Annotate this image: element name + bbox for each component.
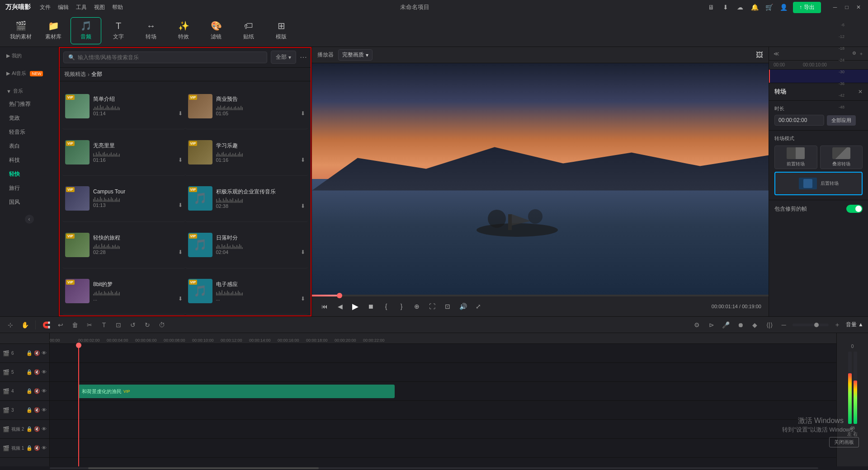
maximize-button[interactable]: □ bbox=[843, 3, 851, 11]
music-card-9[interactable]: VIP 8bit的梦 ... ⬇ bbox=[62, 268, 185, 315]
music-card-2[interactable]: VIP 商业预告 01:05 ⬇ bbox=[185, 83, 308, 129]
tl-magnet-btn[interactable]: 🧲 bbox=[40, 319, 52, 331]
export-button[interactable]: ↑ 导出 bbox=[793, 2, 821, 13]
close-button[interactable]: ✕ bbox=[854, 3, 863, 11]
bell-icon[interactable]: 🔔 bbox=[750, 2, 760, 12]
frame-back-button[interactable]: ◀ bbox=[335, 301, 345, 312]
music-download-8[interactable]: ⬇ bbox=[301, 249, 305, 255]
track-v1-mute[interactable]: 🔇 bbox=[34, 445, 40, 451]
sidebar-collapse-btn[interactable]: ‹ bbox=[25, 215, 34, 224]
tl-minus-btn[interactable]: ─ bbox=[778, 319, 790, 331]
split-screen-icon[interactable]: ⊡ bbox=[442, 301, 453, 312]
preview-quality-dropdown[interactable]: 完整画质 ▾ bbox=[338, 49, 373, 61]
fullscreen-icon[interactable]: ⛶ bbox=[427, 301, 438, 312]
music-card-6[interactable]: 🎵 VIP 积极乐观的企业宣传音乐 02:38 ⬇ bbox=[185, 176, 308, 222]
track-4-lock[interactable]: 🔒 bbox=[26, 388, 33, 394]
menu-tools[interactable]: 工具 bbox=[76, 4, 87, 11]
duration-input[interactable] bbox=[774, 115, 824, 126]
music-card-5[interactable]: VIP Campus Tour 01:13 ⬇ bbox=[62, 176, 185, 222]
track-3-lock[interactable]: 🔒 bbox=[26, 407, 33, 413]
music-card-7[interactable]: VIP 轻快的旅程 02:28 ⬇ bbox=[62, 222, 185, 268]
track-v2-eye[interactable]: 👁 bbox=[42, 426, 47, 432]
sidebar-group-my[interactable]: ▶ 我的 bbox=[0, 50, 58, 62]
screenshot-button[interactable]: 🖼 bbox=[756, 51, 763, 59]
right-panel-prev-icon[interactable]: ≪ bbox=[774, 51, 779, 57]
tl-auto-btn[interactable]: ⚙ bbox=[691, 319, 703, 331]
sidebar-group-ai[interactable]: ▶ AI音乐 NEW bbox=[0, 67, 58, 80]
sidebar-item-light[interactable]: 轻音乐 bbox=[0, 125, 58, 139]
music-download-4[interactable]: ⬇ bbox=[301, 157, 305, 163]
tl-mark-in-btn[interactable]: ⊳ bbox=[706, 319, 717, 331]
expand-icon[interactable]: ⤢ bbox=[473, 301, 484, 312]
tl-delete-btn[interactable]: 🗑 bbox=[69, 319, 81, 331]
music-card-1[interactable]: VIP 简单介绍 01:14 ⬇ bbox=[62, 83, 185, 129]
user-icon[interactable]: 👤 bbox=[778, 2, 788, 12]
tl-crop-btn[interactable]: ⊡ bbox=[113, 319, 124, 331]
right-panel-close-button[interactable]: ✕ bbox=[858, 89, 863, 95]
music-card-8[interactable]: 🎵 VIP 日落时分 02:04 ⬇ bbox=[185, 222, 308, 268]
right-add-icon[interactable]: ＋ bbox=[859, 51, 863, 57]
tl-redo-btn[interactable]: ↻ bbox=[142, 319, 153, 331]
minimize-button[interactable]: ─ bbox=[831, 3, 839, 11]
track-6-lock[interactable]: 🔒 bbox=[26, 350, 33, 356]
tl-undo-btn[interactable]: ↩ bbox=[55, 319, 66, 331]
tl-cut-btn[interactable]: ✂ bbox=[84, 319, 95, 331]
search-box[interactable]: 🔍 bbox=[63, 52, 267, 63]
music-download-5[interactable]: ⬇ bbox=[178, 202, 183, 208]
transition-post[interactable]: 后置转场 bbox=[774, 172, 863, 195]
bracket-out-icon[interactable]: } bbox=[396, 301, 407, 312]
tl-select-btn[interactable]: ⊹ bbox=[5, 319, 16, 331]
stop-button[interactable]: ⏹ bbox=[365, 301, 376, 312]
tl-plus-btn[interactable]: ＋ bbox=[831, 319, 843, 331]
music-download-9[interactable]: ⬇ bbox=[178, 296, 183, 302]
track-5-eye[interactable]: 👁 bbox=[42, 369, 47, 375]
sidebar-item-confession[interactable]: 表白 bbox=[0, 139, 58, 153]
include-trim-toggle[interactable] bbox=[846, 205, 863, 213]
menu-edit[interactable]: 编辑 bbox=[58, 4, 69, 11]
tl-timer-btn[interactable]: ⏱ bbox=[156, 319, 168, 331]
music-download-2[interactable]: ⬇ bbox=[301, 110, 305, 117]
menu-view[interactable]: 视图 bbox=[94, 4, 105, 11]
tl-zoom-slider[interactable] bbox=[793, 324, 829, 326]
music-card-3[interactable]: VIP 无亮里里 01:16 ⬇ bbox=[62, 129, 185, 175]
tool-media[interactable]: 🎬 我的素材 bbox=[5, 17, 36, 44]
tl-hand-btn[interactable]: ✋ bbox=[19, 319, 31, 331]
play-button[interactable]: ▶ bbox=[350, 301, 361, 312]
track-4-mute[interactable]: 🔇 bbox=[34, 388, 40, 394]
track-3-eye[interactable]: 👁 bbox=[42, 407, 47, 413]
track-v2-mute[interactable]: 🔇 bbox=[34, 426, 40, 432]
music-download-6[interactable]: ⬇ bbox=[301, 203, 305, 209]
sidebar-item-upbeat[interactable]: 轻快 bbox=[0, 167, 58, 181]
search-filter-dropdown[interactable]: 全部 ▾ bbox=[271, 51, 296, 64]
sidebar-item-ballad[interactable]: 觉政 bbox=[0, 111, 58, 125]
track-6-eye[interactable]: 👁 bbox=[42, 350, 47, 356]
sidebar-item-hot[interactable]: 热门推荐 bbox=[0, 97, 58, 111]
tl-split-btn[interactable]: ⟨|⟩ bbox=[764, 319, 775, 331]
music-download-10[interactable]: ⬇ bbox=[301, 296, 305, 302]
tl-mic-btn[interactable]: 🎤 bbox=[720, 319, 732, 331]
cart-icon[interactable]: 🛒 bbox=[764, 2, 774, 12]
cloud-icon[interactable]: ☁ bbox=[735, 2, 745, 12]
tool-audio[interactable]: 🎵 音频 bbox=[71, 17, 101, 44]
activate-windows-button[interactable]: 关闭画板 bbox=[829, 437, 859, 447]
tool-template[interactable]: ⊞ 模版 bbox=[266, 17, 297, 44]
track-clip-main[interactable]: 和荷景虔化的渔民 VIP bbox=[78, 385, 395, 398]
music-download-3[interactable]: ⬇ bbox=[178, 157, 183, 163]
more-options-button[interactable]: ⋯ bbox=[300, 53, 307, 61]
music-card-4[interactable]: VIP 学习乐趣 01:16 ⬇ bbox=[185, 129, 308, 175]
timeline-body[interactable]: 00:00 00:00:02:00 00:00:04:00 00:00:06:0… bbox=[50, 333, 836, 466]
sidebar-group-music[interactable]: ▼ 音乐 bbox=[0, 85, 58, 97]
track-v1-lock[interactable]: 🔒 bbox=[26, 445, 33, 451]
tool-stock[interactable]: 📁 素材库 bbox=[38, 17, 69, 44]
tl-record-btn[interactable]: ⏺ bbox=[735, 319, 746, 331]
tl-rotate-btn[interactable]: ↺ bbox=[127, 319, 139, 331]
music-download-1[interactable]: ⬇ bbox=[178, 110, 183, 117]
transition-mid[interactable]: 叠溶转场 bbox=[820, 146, 863, 169]
tool-transition[interactable]: ↔ 转场 bbox=[136, 17, 166, 44]
skip-back-button[interactable]: ⏮ bbox=[319, 301, 330, 312]
search-input[interactable] bbox=[78, 54, 168, 61]
volume-icon[interactable]: 🔊 bbox=[458, 301, 468, 312]
sidebar-item-travel[interactable]: 旅行 bbox=[0, 181, 58, 195]
music-download-7[interactable]: ⬇ bbox=[178, 249, 183, 255]
menu-help[interactable]: 帮助 bbox=[112, 4, 123, 11]
